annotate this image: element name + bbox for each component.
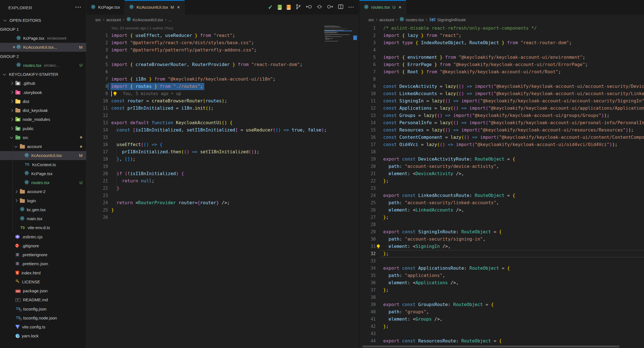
code-line-25[interactable]: 25 path: "account-security/linked-accoun…	[359, 199, 644, 206]
breadcrumb-item[interactable]: src	[368, 17, 374, 22]
code-line-11[interactable]: 11const prI18nInitialized = i18n.init();	[86, 105, 358, 112]
code-line-7[interactable]: 7import { Root } from "@keycloakify/keyc…	[359, 68, 644, 76]
code-line-22[interactable]: 22 }	[86, 185, 358, 192]
code-editor-routes[interactable]: 1/* eslint-disable react-refresh/only-ex…	[359, 25, 644, 348]
code-line-20[interactable]: 20 path: "account-security/device-activi…	[359, 163, 644, 170]
code-line-6[interactable]: 6import { ErrorPage } from "@keycloakify…	[359, 61, 644, 68]
toolbar-check-icon[interactable]: ✓	[268, 5, 273, 10]
chevron-down-icon[interactable]	[9, 137, 14, 138]
code-line-33[interactable]: 33	[359, 257, 644, 265]
code-line-21[interactable]: 21 element: <DeviceActivity />,	[359, 170, 644, 177]
breadcrumb-item[interactable]: routes.tsx	[399, 17, 424, 22]
code-line-12[interactable]: 12	[86, 112, 358, 119]
tree-item-kcpage-tsx[interactable]: KcPage.tsx	[0, 169, 86, 178]
code-line-18[interactable]: 18 }, []);	[86, 156, 358, 163]
code-line-19[interactable]: 19export const DeviceActivityRoute: Rout…	[359, 156, 644, 163]
code-line-26[interactable]: 26	[86, 214, 358, 221]
code-line-19[interactable]: 19	[86, 163, 358, 170]
chevron-down-icon[interactable]	[2, 74, 7, 75]
tree-item--eslintrc-cjs[interactable]: .eslintrc.cjs	[0, 232, 86, 241]
code-line-4[interactable]: 4	[359, 46, 644, 54]
toolbar-book-green-icon[interactable]	[278, 5, 282, 10]
code-line-9[interactable]: 9You, 5 minutes ago • up	[86, 90, 358, 97]
tab-close-icon[interactable]: ×	[177, 4, 180, 10]
code-line-4[interactable]: 4	[86, 54, 358, 61]
code-line-3[interactable]: 3import "@patternfly/patternfly/patternf…	[86, 46, 358, 54]
code-line-22[interactable]: 22};	[359, 177, 644, 185]
code-line-29[interactable]: 29export const SigningInRoute: RouteObje…	[359, 228, 644, 236]
chevron-right-icon[interactable]	[9, 127, 14, 130]
tree-item-vite-config-ts[interactable]: vite.config.ts	[0, 323, 86, 331]
open-editors-group-label[interactable]: GROUP 2	[0, 52, 86, 61]
code-line-23[interactable]: 23	[86, 192, 358, 199]
horizontal-scrollbar-thumb[interactable]	[362, 345, 619, 347]
tree-folder-dist-keycloak[interactable]: dist_keycloak	[0, 106, 86, 115]
tree-item-kc-gen-tsx[interactable]: kc.gen.tsx	[0, 205, 86, 214]
tree-folder-public[interactable]: public	[0, 124, 86, 133]
tree-item-license[interactable]: LICENSE	[0, 277, 86, 286]
tree-item-routes-tsx[interactable]: routes.tsxsrc/acc...U	[0, 61, 86, 70]
code-line-5[interactable]: 5import { environment } from "@keycloaki…	[359, 54, 644, 61]
code-line-44[interactable]: 44export const ResourcesRoute: RouteObje…	[359, 337, 644, 345]
tree-folder-account[interactable]: account	[0, 142, 86, 151]
chevron-right-icon[interactable]	[14, 191, 18, 193]
code-line-25[interactable]: 25}	[86, 206, 358, 214]
code-line-27[interactable]: 27};	[359, 214, 644, 221]
tab-kcpage-tsx[interactable]: KcPage.tsx	[86, 0, 125, 15]
chevron-right-icon[interactable]	[9, 109, 14, 112]
code-line-32[interactable]: 32};	[359, 250, 644, 257]
breadcrumb-item[interactable]: src	[95, 17, 101, 22]
tree-item-readme-md[interactable]: README.md	[0, 295, 86, 304]
code-line-15[interactable]: 15	[86, 134, 358, 141]
chevron-right-icon[interactable]	[14, 199, 18, 202]
tree-item-vite-env-d-ts[interactable]: TSvite-env.d.ts	[0, 223, 86, 232]
code-line-37[interactable]: 37};	[359, 286, 644, 294]
code-line-13[interactable]: 13export default function KeycloakAccoun…	[86, 119, 358, 126]
tree-folder-node-modules[interactable]: node_modules	[0, 115, 86, 124]
code-line-1[interactable]: 1import { useEffect, useReducer } from "…	[86, 32, 358, 39]
chevron-right-icon[interactable]	[9, 100, 14, 102]
toolbar-prev-change-icon[interactable]	[306, 4, 312, 11]
tree-item-index-html[interactable]: index.html	[0, 268, 86, 277]
toolbar-circle-change-icon[interactable]	[317, 4, 322, 11]
code-line-15[interactable]: 15const Resources = lazy(() => import("@…	[359, 126, 644, 134]
breadcrumb-item[interactable]: account	[106, 17, 121, 22]
code-line-5[interactable]: 5import { createBrowserRouter, RouterPro…	[86, 61, 358, 68]
tree-item-routes-tsx[interactable]: routes.tsxU	[0, 178, 86, 187]
tree-item-kccontext-ts[interactable]: TSKcContext.ts	[0, 160, 86, 169]
code-line-40[interactable]: 40 path: "groups",	[359, 308, 644, 316]
code-line-30[interactable]: 30 path: "account-security/signing-in",	[359, 236, 644, 243]
tree-item-kcaccountui-tsx[interactable]: KcAccountUi.tsxM	[0, 151, 86, 160]
tab-close-icon[interactable]: ×	[399, 4, 402, 10]
code-line-38[interactable]: 38	[359, 294, 644, 301]
code-line-1[interactable]: 1/* eslint-disable react-refresh/only-ex…	[359, 25, 644, 32]
code-line-28[interactable]: 28	[359, 221, 644, 228]
tree-folder-dist[interactable]: dist	[0, 97, 86, 106]
tree-item-kcpage-tsx[interactable]: KcPage.tsxsrc/account	[0, 34, 86, 43]
toolbar-source-control-icon[interactable]	[295, 4, 301, 11]
code-line-17[interactable]: 17 prI18nInitialized.then(() => setI18nI…	[86, 148, 358, 156]
code-line-9[interactable]: 9const DeviceActivity = lazy(() => impor…	[359, 83, 644, 90]
code-line-31[interactable]: 31 element: <SigningIn />,	[359, 243, 644, 250]
chevron-right-icon[interactable]	[9, 82, 14, 84]
code-line-11[interactable]: 11const SigningIn = lazy(() => import("@…	[359, 97, 644, 105]
code-line-39[interactable]: 39export const GroupsRoute: RouteObject …	[359, 301, 644, 308]
code-editor-kcaccountui[interactable]: You, 33 seconds ago | 1 author (You)1imp…	[86, 25, 358, 348]
explorer-more-actions-icon[interactable]: ···	[75, 4, 82, 10]
tree-item-yarn-lock[interactable]: yarn.lock	[0, 331, 86, 340]
tree-folder-src[interactable]: src	[0, 133, 86, 142]
code-line-10[interactable]: 10const router = createBrowserRouter(rou…	[86, 97, 358, 105]
code-line-18[interactable]: 18	[359, 148, 644, 156]
code-line-24[interactable]: 24export const LinkedAccountsRoute: Rout…	[359, 192, 644, 199]
code-line-36[interactable]: 36 element: <Applications />,	[359, 279, 644, 286]
code-line-12[interactable]: 12const Applications = lazy(() => import…	[359, 105, 644, 112]
tree-item--prettierrc-json[interactable]: .prettierrc.json	[0, 259, 86, 268]
code-line-8[interactable]: 8import { routes } from "./routes";	[86, 83, 358, 90]
tree-item-kcaccountui-tsx-[interactable]: ×KcAccountUi.tsx...M	[0, 43, 86, 52]
code-line-43[interactable]: 43	[359, 330, 644, 337]
code-line-24[interactable]: 24 return <RouterProvider router={router…	[86, 199, 358, 206]
tree-folder--github[interactable]: .github	[0, 79, 86, 88]
code-line-3[interactable]: 3import type { IndexRouteObject, RouteOb…	[359, 39, 644, 46]
toolbar-next-change-icon[interactable]	[327, 4, 333, 11]
tree-item--gitignore[interactable]: .gitignore	[0, 241, 86, 250]
